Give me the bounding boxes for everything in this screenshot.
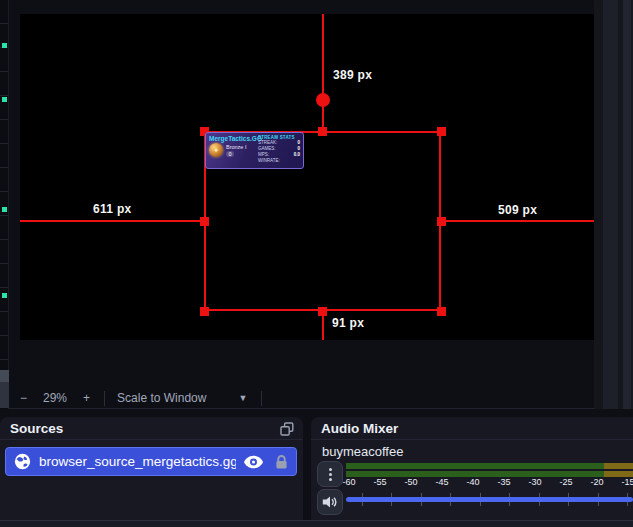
resize-handle-mid-right[interactable]: [437, 217, 446, 226]
volume-slider[interactable]: [346, 497, 633, 502]
audio-mixer-panel: Audio Mixer buymeacoffee -60 -55 -50 -45…: [311, 417, 633, 520]
measure-label-left: 611 px: [93, 202, 132, 216]
db-tick-label: -50: [404, 477, 417, 487]
db-scale: -60 -55 -50 -45 -40 -35 -30 -25 -20 -15: [311, 477, 633, 488]
lock-icon[interactable]: [275, 454, 288, 470]
scale-mode-select[interactable]: Scale to Window: [117, 391, 206, 405]
widget-title: MergeTactics.GG: [209, 135, 258, 142]
resize-handle-bottom-center[interactable]: [318, 307, 327, 316]
status-dot: [2, 207, 7, 212]
zoom-in-button[interactable]: +: [81, 391, 92, 405]
status-dot: [2, 293, 7, 298]
statusbar-separator: [261, 391, 262, 406]
db-tick-label: -45: [435, 477, 448, 487]
resize-handle-bottom-right[interactable]: [437, 307, 446, 316]
resize-handle-bottom-left[interactable]: [200, 307, 209, 316]
strip-scroll-block: [0, 370, 9, 382]
measure-label-top: 389 px: [333, 68, 372, 82]
measure-label-bottom: 91 px: [332, 316, 364, 330]
audio-mixer-header: Audio Mixer: [311, 417, 633, 440]
measure-label-right: 509 px: [498, 203, 537, 217]
resize-handle-mid-left[interactable]: [200, 217, 209, 226]
statusbar-separator: [104, 391, 105, 406]
zoom-level-label: 29%: [43, 391, 67, 405]
db-tick-label: -30: [528, 477, 541, 487]
status-dot: [2, 43, 7, 48]
bottom-panel-edge: [0, 520, 633, 527]
left-edge-list-strip: [0, 0, 9, 409]
status-dot: [2, 97, 7, 102]
sources-panel: Sources browser_source_mergetactics.gg: [0, 417, 303, 520]
popout-icon[interactable]: [280, 422, 294, 436]
divider: [9, 408, 595, 409]
widget-stat-row: WINRATE:: [258, 158, 300, 164]
db-tick-label: -40: [466, 477, 479, 487]
db-tick-label: -20: [590, 477, 603, 487]
strip-scroll-block: [0, 382, 9, 408]
measure-origin-dot: [316, 93, 330, 107]
mergetactics-overlay-widget[interactable]: MergeTactics.GG ✦ Bronze I 0 STREAM STAT…: [205, 132, 304, 169]
measure-line-right: [441, 220, 594, 222]
zoom-out-button[interactable]: −: [18, 391, 29, 405]
widget-rank-label: Bronze I: [226, 144, 246, 150]
sources-panel-title: Sources: [10, 421, 63, 436]
mixer-speaker-mute-button[interactable]: [317, 489, 343, 515]
db-tick-label: -35: [497, 477, 510, 487]
sources-panel-header: Sources: [0, 417, 303, 440]
globe-icon: [14, 453, 31, 470]
widget-rank-count: 0: [226, 151, 234, 157]
widget-stats-section: STREAM STATS STREAK:0 GAMES:0 MPS:0.0 WI…: [258, 135, 300, 166]
chevron-down-icon[interactable]: ▼: [238, 393, 247, 403]
right-edge-band: [623, 0, 631, 409]
visibility-eye-icon[interactable]: [244, 455, 263, 469]
db-tick-label: -55: [373, 477, 386, 487]
bronze-medal-icon: ✦: [209, 143, 223, 157]
mixer-source-name: buymeacoffee: [322, 444, 403, 459]
resize-handle-top-right[interactable]: [437, 127, 446, 136]
measure-line-top: [322, 14, 324, 131]
right-edge-band: [603, 0, 618, 409]
speaker-icon: [322, 495, 338, 509]
source-name: browser_source_mergetactics.gg: [39, 454, 236, 469]
db-tick-label: -25: [559, 477, 572, 487]
audio-mixer-title: Audio Mixer: [321, 421, 398, 436]
db-tick-label: -15: [621, 477, 633, 487]
source-row-browser-source[interactable]: browser_source_mergetactics.gg: [5, 447, 297, 476]
volume-meter-left-channel: [346, 463, 633, 469]
db-tick-label: -60: [342, 477, 355, 487]
measure-line-left: [20, 220, 204, 222]
resize-handle-top-center[interactable]: [318, 127, 327, 136]
canvas-statusbar: − 29% + Scale to Window ▼: [18, 388, 262, 408]
widget-left-section: MergeTactics.GG ✦ Bronze I 0: [209, 135, 258, 166]
app-window: MergeTactics.GG ✦ Bronze I 0 STREAM STAT…: [0, 0, 633, 527]
right-edge-band: [594, 0, 603, 409]
